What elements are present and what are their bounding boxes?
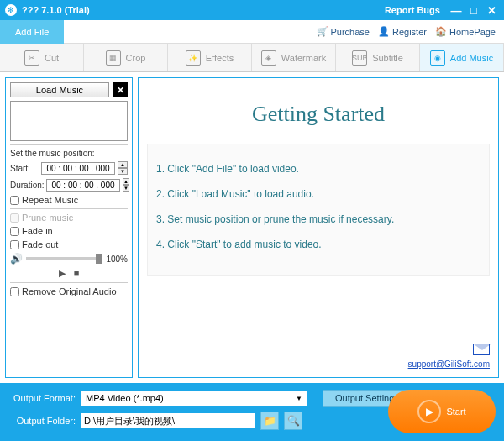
maximize-button[interactable]: □ — [466, 4, 481, 17]
chevron-down-icon: ▼ — [296, 395, 302, 402]
tab-watermark[interactable]: ◈Watermark — [252, 44, 336, 71]
prune-music-checkbox[interactable]: Prune music — [10, 213, 128, 223]
music-icon: ◉ — [430, 50, 445, 66]
duration-label: Duration: — [10, 181, 44, 190]
speaker-icon: 🔊 — [10, 253, 23, 265]
output-folder-input[interactable] — [81, 413, 255, 428]
feature-tabs: ✂Cut ▦Crop ✨Effects ◈Watermark SUBSubtit… — [0, 44, 504, 72]
top-toolbar: Add File 🛒Purchase 👤Register 🏠HomePage — [0, 20, 504, 44]
bottom-bar: Output Format: MP4 Video (*.mp4)▼ Output… — [0, 383, 504, 441]
crop-icon: ▦ — [106, 50, 121, 66]
start-spinner[interactable]: ▲▼ — [118, 161, 128, 175]
homepage-link[interactable]: 🏠HomePage — [435, 26, 496, 38]
stop-button[interactable]: ■ — [74, 268, 80, 279]
music-file-box — [10, 101, 128, 141]
fade-in-checkbox[interactable]: Fade in — [10, 226, 128, 236]
window-title: ??? 7.1.0 (Trial) — [22, 5, 385, 15]
add-file-button[interactable]: Add File — [0, 20, 64, 44]
mail-icon — [473, 344, 490, 355]
repeat-music-checkbox[interactable]: Repeat Music — [10, 195, 128, 205]
main-area: Load Music ✕ Set the music position: Sta… — [0, 72, 504, 383]
subtitle-icon: SUB — [352, 50, 367, 66]
app-logo-icon: ✻ — [5, 4, 17, 16]
register-link[interactable]: 👤Register — [378, 26, 427, 38]
step-3: 3. Set music position or prune the music… — [156, 213, 480, 225]
content-panel: Getting Started 1. Click "Add File" to l… — [138, 77, 499, 378]
clear-music-button[interactable]: ✕ — [113, 82, 128, 97]
step-2: 2. Click "Load Music" to load audio. — [156, 188, 480, 200]
output-format-select[interactable]: MP4 Video (*.mp4)▼ — [81, 391, 307, 406]
tab-cut[interactable]: ✂Cut — [0, 44, 84, 71]
start-time-input[interactable] — [41, 162, 115, 175]
start-label: Start: — [10, 164, 39, 173]
browse-folder-button[interactable]: 📁 — [260, 412, 279, 430]
step-4: 4. Click "Start" to add music to video. — [156, 239, 480, 250]
duration-time-input[interactable] — [46, 179, 120, 192]
window-controls: — □ ✕ — [449, 4, 499, 17]
play-circle-icon: ▶ — [417, 400, 441, 423]
volume-value: 100% — [106, 254, 128, 264]
user-icon: 👤 — [378, 26, 390, 38]
home-icon: 🏠 — [435, 26, 447, 38]
tab-subtitle[interactable]: SUBSubtitle — [336, 44, 420, 71]
titlebar: ✻ ??? 7.1.0 (Trial) Report Bugs — □ ✕ — [0, 0, 504, 20]
output-folder-label: Output Folder: — [8, 416, 76, 426]
effects-icon: ✨ — [186, 50, 201, 66]
cut-icon: ✂ — [24, 50, 39, 66]
music-side-panel: Load Music ✕ Set the music position: Sta… — [5, 77, 133, 378]
support-email-link[interactable]: support@GiliSoft.com — [408, 359, 490, 369]
output-format-label: Output Format: — [8, 393, 76, 403]
tab-add-music[interactable]: ◉Add Music — [420, 44, 504, 71]
fade-out-checkbox[interactable]: Fade out — [10, 239, 128, 249]
volume-slider[interactable] — [26, 257, 102, 260]
set-position-label: Set the music position: — [10, 149, 128, 158]
tab-effects[interactable]: ✨Effects — [168, 44, 252, 71]
cart-icon: 🛒 — [317, 26, 328, 38]
minimize-button[interactable]: — — [449, 4, 464, 17]
getting-started-heading: Getting Started — [147, 102, 490, 127]
play-button[interactable]: ▶ — [59, 268, 66, 279]
report-bugs-link[interactable]: Report Bugs — [385, 5, 440, 15]
watermark-icon: ◈ — [261, 50, 276, 66]
tab-crop[interactable]: ▦Crop — [84, 44, 168, 71]
start-button[interactable]: ▶ Start — [388, 390, 496, 433]
duration-spinner[interactable]: ▲▼ — [123, 178, 129, 192]
remove-original-audio-checkbox[interactable]: Remove Original Audio — [10, 286, 128, 296]
steps-box: 1. Click "Add File" to load video. 2. Cl… — [147, 144, 490, 276]
step-1: 1. Click "Add File" to load video. — [156, 163, 480, 175]
purchase-link[interactable]: 🛒Purchase — [317, 26, 370, 38]
load-music-button[interactable]: Load Music — [10, 82, 109, 97]
open-folder-button[interactable]: 🔍 — [284, 412, 302, 430]
support-block: support@GiliSoft.com — [147, 344, 490, 369]
close-button[interactable]: ✕ — [484, 4, 499, 17]
